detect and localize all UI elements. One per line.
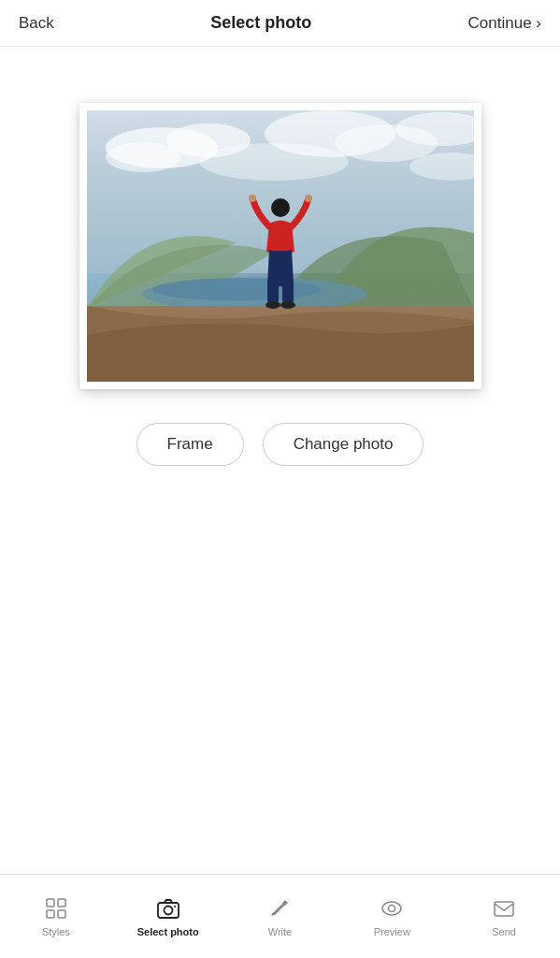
svg-rect-19 [58, 899, 65, 907]
svg-rect-18 [47, 899, 54, 907]
svg-point-26 [389, 906, 395, 912]
tab-send-label: Send [492, 926, 516, 937]
camera-icon [155, 895, 181, 922]
person-svg [243, 191, 318, 322]
photo-image[interactable] [87, 110, 474, 382]
tab-preview-label: Preview [374, 926, 410, 937]
tab-bar: Styles Select photo Write [0, 874, 560, 958]
frame-button[interactable]: Frame [136, 423, 244, 466]
svg-point-2 [106, 142, 180, 172]
write-icon [266, 895, 293, 922]
tab-select-photo-label: Select photo [137, 926, 199, 937]
photo-wrapper [79, 103, 481, 389]
svg-point-24 [174, 906, 176, 907]
tab-preview[interactable]: Preview [336, 875, 448, 958]
svg-rect-14 [267, 283, 279, 303]
tab-send[interactable]: Send [448, 875, 560, 958]
styles-icon [43, 895, 69, 922]
buttons-row: Frame Change photo [136, 423, 424, 466]
continue-button[interactable]: Continue › [468, 14, 541, 33]
svg-point-10 [271, 198, 290, 217]
svg-rect-21 [58, 910, 65, 918]
svg-point-23 [164, 907, 172, 915]
svg-point-12 [249, 195, 256, 202]
svg-rect-15 [282, 283, 294, 303]
svg-rect-22 [158, 903, 179, 918]
svg-point-13 [305, 195, 312, 202]
main-content: Frame Change photo [0, 47, 560, 874]
svg-point-16 [266, 301, 280, 309]
back-button[interactable]: Back [19, 14, 54, 33]
change-photo-button[interactable]: Change photo [263, 423, 424, 466]
header: Back Select photo Continue › [0, 0, 560, 47]
tab-select-photo[interactable]: Select photo [112, 875, 224, 958]
svg-rect-27 [495, 902, 513, 916]
svg-rect-20 [47, 910, 54, 918]
send-icon [491, 895, 517, 922]
tab-write[interactable]: Write [224, 875, 337, 958]
page-title: Select photo [210, 13, 311, 33]
svg-point-25 [382, 902, 401, 915]
preview-icon [379, 895, 405, 922]
svg-point-6 [199, 143, 349, 181]
svg-point-17 [280, 301, 295, 309]
photo-frame [79, 103, 481, 389]
tab-write-label: Write [268, 926, 292, 937]
tab-styles-label: Styles [42, 926, 70, 937]
tab-styles[interactable]: Styles [0, 875, 112, 958]
